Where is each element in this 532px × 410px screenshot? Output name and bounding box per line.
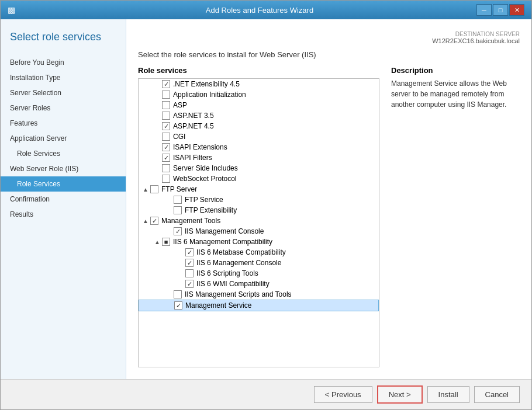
description-text: Management Service allows the Web server… xyxy=(391,78,520,110)
list-item-isapi-ext[interactable]: ✓ISAPI Extensions xyxy=(139,142,379,152)
list-item-asp[interactable]: ASP xyxy=(139,100,379,110)
previous-button[interactable]: < Previous xyxy=(314,386,372,403)
checkbox-cgi[interactable] xyxy=(162,133,170,141)
checkbox-aspnet45[interactable]: ✓ xyxy=(162,122,170,130)
next-button[interactable]: Next > xyxy=(377,385,423,404)
sidebar-item-features[interactable]: Features xyxy=(1,116,126,131)
sidebar-item-role-services-app[interactable]: Role Services xyxy=(1,146,126,161)
item-label-asp: ASP xyxy=(173,101,187,109)
item-label-iis6-scripting: IIS 6 Scripting Tools xyxy=(196,269,258,277)
item-label-isapi-ext: ISAPI Extensions xyxy=(173,143,227,151)
maximize-button[interactable]: □ xyxy=(493,4,508,16)
list-item-ftp-service[interactable]: FTP Service xyxy=(139,194,379,205)
sidebar: Select role services Before You Begin In… xyxy=(1,19,126,379)
sidebar-item-results[interactable]: Results xyxy=(1,207,126,222)
checkbox-websocket[interactable] xyxy=(162,175,170,183)
list-item-ftp-server[interactable]: ▲FTP Server xyxy=(139,184,379,194)
item-label-aspnet35: ASP.NET 3.5 xyxy=(173,112,214,120)
checkbox-app-init[interactable] xyxy=(162,91,170,99)
checkbox-iis6-metabase[interactable]: ✓ xyxy=(185,248,194,256)
checkbox-iis6-wmi[interactable]: ✓ xyxy=(185,280,194,288)
list-item-iis6-compat[interactable]: ▲■IIS 6 Management Compatibility xyxy=(139,237,379,247)
checkbox-isapi-ext[interactable]: ✓ xyxy=(162,143,170,151)
title-bar: ▩ Add Roles and Features Wizard ─ □ ✕ xyxy=(1,1,531,19)
checkbox-mgmt-service[interactable]: ✓ xyxy=(174,301,182,310)
destination-server-value: W12R2EXC16.bakicubuk.local xyxy=(138,37,520,44)
checkbox-iis6-compat[interactable]: ■ xyxy=(162,238,170,246)
tree-arrow-mgmt-tools[interactable]: ▲ xyxy=(141,218,150,224)
sidebar-item-installation-type[interactable]: Installation Type xyxy=(1,70,126,85)
destination-server-label: DESTINATION SERVER xyxy=(138,31,520,37)
list-item-iis6-mgmt-console[interactable]: ✓IIS 6 Management Console xyxy=(139,258,379,268)
checkbox-iis-mgmt-console[interactable]: ✓ xyxy=(174,227,182,235)
list-item-server-side-includes[interactable]: Server Side Includes xyxy=(139,163,379,173)
checkbox-asp[interactable] xyxy=(162,101,170,109)
item-label-ftp-service: FTP Service xyxy=(185,196,223,204)
list-item-iis-mgmt-scripts[interactable]: IIS Management Scripts and Tools xyxy=(139,289,379,300)
sidebar-item-confirmation[interactable]: Confirmation xyxy=(1,192,126,207)
content-area: Select role services Before You Begin In… xyxy=(1,19,531,379)
tree-arrow-iis6-compat[interactable]: ▲ xyxy=(153,239,162,245)
sidebar-item-server-roles[interactable]: Server Roles xyxy=(1,100,126,116)
description-header: Description xyxy=(391,66,520,75)
role-services-header: Role services xyxy=(138,66,379,75)
item-label-aspnet45: ASP.NET 4.5 xyxy=(173,122,214,130)
item-label-ftp-server: FTP Server xyxy=(161,185,197,193)
checkbox-ftp-service[interactable] xyxy=(174,196,182,204)
checkbox-iis6-mgmt-console[interactable]: ✓ xyxy=(185,259,194,267)
list-item-app-init[interactable]: Application Initialization xyxy=(139,89,379,100)
list-item-mgmt-tools[interactable]: ▲✓Management Tools xyxy=(139,216,379,226)
item-label-server-side-includes: Server Side Includes xyxy=(173,164,238,172)
role-services-list[interactable]: ✓.NET Extensibility 4.5Application Initi… xyxy=(138,78,379,367)
sidebar-item-role-services[interactable]: Role Services xyxy=(1,176,126,192)
list-item-aspnet45[interactable]: ✓ASP.NET 4.5 xyxy=(139,121,379,131)
checkbox-isapi-filters[interactable]: ✓ xyxy=(162,154,170,162)
cancel-button[interactable]: Cancel xyxy=(474,386,520,403)
checkbox-iis-mgmt-scripts[interactable] xyxy=(174,290,182,298)
sidebar-item-application-server[interactable]: Application Server xyxy=(1,131,126,146)
sidebar-item-web-server-role[interactable]: Web Server Role (IIS) xyxy=(1,161,126,176)
main-content: DESTINATION SERVER W12R2EXC16.bakicubuk.… xyxy=(126,19,531,379)
list-item-aspnet35[interactable]: ASP.NET 3.5 xyxy=(139,110,379,121)
list-item-net-ext-45[interactable]: ✓.NET Extensibility 4.5 xyxy=(139,79,379,89)
list-item-iis6-metabase[interactable]: ✓IIS 6 Metabase Compatibility xyxy=(139,247,379,258)
checkbox-net-ext-45[interactable]: ✓ xyxy=(162,80,170,88)
item-label-iis6-metabase: IIS 6 Metabase Compatibility xyxy=(196,248,286,256)
list-item-iis6-wmi[interactable]: ✓IIS 6 WMI Compatibility xyxy=(139,279,379,289)
window-controls: ─ □ ✕ xyxy=(476,4,524,16)
minimize-button[interactable]: ─ xyxy=(476,4,492,16)
item-label-iis-mgmt-console: IIS Management Console xyxy=(185,227,264,235)
item-label-iis6-compat: IIS 6 Management Compatibility xyxy=(173,238,272,246)
role-services-column: Role services ✓.NET Extensibility 4.5App… xyxy=(138,66,379,367)
checkbox-server-side-includes[interactable] xyxy=(162,164,170,172)
description-column: Description Management Service allows th… xyxy=(391,66,520,367)
page-subtitle: Select the role services to install for … xyxy=(138,50,520,59)
columns-container: Role services ✓.NET Extensibility 4.5App… xyxy=(138,66,520,367)
sidebar-item-server-selection[interactable]: Server Selection xyxy=(1,85,126,100)
list-item-ftp-ext[interactable]: FTP Extensibility xyxy=(139,205,379,216)
list-item-cgi[interactable]: CGI xyxy=(139,131,379,142)
sidebar-item-before-you-begin[interactable]: Before You Begin xyxy=(1,55,126,70)
close-button[interactable]: ✕ xyxy=(509,4,524,16)
item-label-isapi-filters: ISAPI Filters xyxy=(173,154,212,162)
list-item-iis-mgmt-console[interactable]: ✓IIS Management Console xyxy=(139,226,379,237)
list-item-mgmt-service[interactable]: ✓Management Service xyxy=(139,300,379,311)
checkbox-ftp-server[interactable] xyxy=(150,185,158,193)
item-label-app-init: Application Initialization xyxy=(173,91,246,99)
list-item-websocket[interactable]: WebSocket Protocol xyxy=(139,173,379,184)
window-title: Add Roles and Features Wizard xyxy=(43,6,476,15)
item-label-net-ext-45: .NET Extensibility 4.5 xyxy=(173,80,240,88)
item-label-websocket: WebSocket Protocol xyxy=(173,175,237,183)
checkbox-aspnet35[interactable] xyxy=(162,112,170,120)
install-button[interactable]: Install xyxy=(427,386,469,403)
item-label-mgmt-tools: Management Tools xyxy=(161,217,220,225)
checkbox-mgmt-tools[interactable]: ✓ xyxy=(150,217,158,225)
item-label-iis6-mgmt-console: IIS 6 Management Console xyxy=(196,259,281,267)
checkbox-ftp-ext[interactable] xyxy=(174,206,182,214)
list-item-iis6-scripting[interactable]: IIS 6 Scripting Tools xyxy=(139,268,379,279)
checkbox-iis6-scripting[interactable] xyxy=(185,269,194,277)
item-label-mgmt-service: Management Service xyxy=(185,301,251,310)
list-item-isapi-filters[interactable]: ✓ISAPI Filters xyxy=(139,152,379,163)
item-label-cgi: CGI xyxy=(173,133,185,141)
tree-arrow-ftp-server[interactable]: ▲ xyxy=(141,186,150,193)
